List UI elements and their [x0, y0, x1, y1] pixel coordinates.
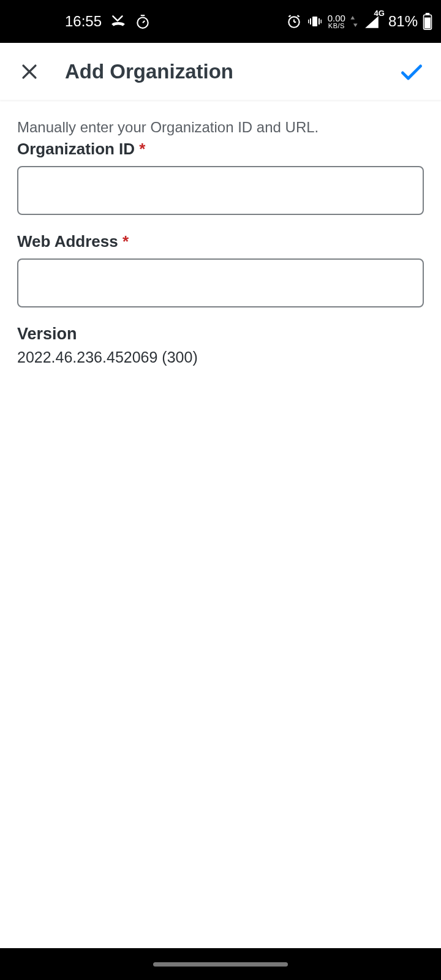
svg-rect-8 [312, 17, 317, 26]
system-nav-bar [0, 948, 441, 980]
close-icon [19, 61, 40, 82]
svg-marker-13 [350, 16, 355, 20]
battery-icon [423, 13, 432, 30]
alarm-icon [286, 13, 302, 29]
web-address-field: Web Address * [17, 232, 424, 307]
vibrate-icon [307, 14, 323, 29]
nav-pill[interactable] [153, 962, 288, 967]
org-id-field: Organization ID * [17, 140, 424, 215]
required-marker: * [139, 140, 145, 158]
svg-rect-9 [310, 18, 311, 24]
svg-marker-15 [365, 16, 379, 28]
svg-line-1 [143, 21, 145, 23]
required-marker: * [123, 232, 129, 251]
web-address-input[interactable] [17, 258, 424, 307]
svg-rect-11 [308, 20, 309, 23]
svg-line-7 [297, 15, 299, 17]
missed-call-icon [110, 13, 126, 29]
close-button[interactable] [15, 57, 44, 86]
status-time: 16:55 [65, 13, 102, 30]
svg-point-0 [137, 18, 148, 28]
version-label: Version [17, 325, 424, 344]
app-bar: Add Organization [0, 43, 441, 100]
data-arrows-icon [350, 16, 358, 27]
org-id-input[interactable] [17, 166, 424, 215]
page-title: Add Organization [65, 60, 397, 83]
svg-line-6 [288, 15, 290, 17]
stopwatch-icon [135, 13, 151, 29]
confirm-button[interactable] [397, 57, 426, 86]
svg-rect-10 [318, 18, 320, 24]
battery-percent: 81% [388, 13, 418, 30]
svg-rect-18 [424, 18, 431, 29]
intro-text: Manually enter your Organization ID and … [17, 119, 424, 136]
form-content: Manually enter your Organization ID and … [0, 100, 441, 366]
check-icon [398, 58, 425, 85]
network-speed: 0.00 KB/S [328, 13, 345, 29]
svg-rect-12 [320, 20, 322, 23]
status-bar: 16:55 [0, 0, 441, 43]
version-value: 2022.46.236.452069 (300) [17, 349, 424, 366]
svg-marker-14 [353, 23, 358, 27]
org-id-label: Organization ID * [17, 140, 424, 159]
signal-icon: 4G [363, 13, 383, 29]
web-address-label: Web Address * [17, 232, 424, 251]
